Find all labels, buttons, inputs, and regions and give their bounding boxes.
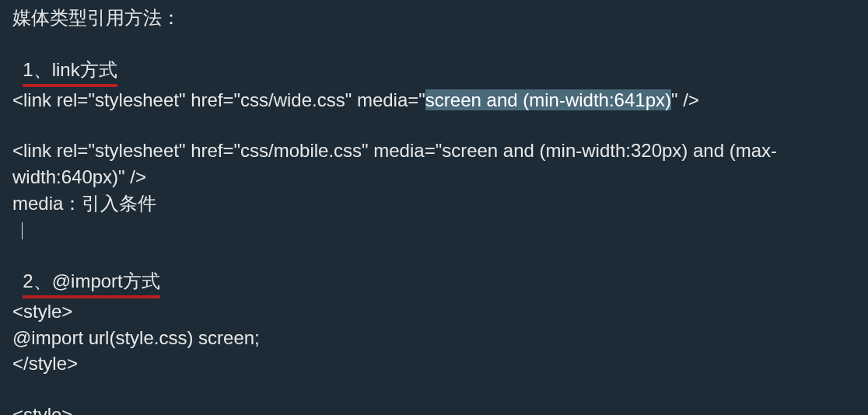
media-note-line: media：引入条件	[12, 190, 856, 217]
section1-heading: 1、link方式	[23, 57, 117, 87]
link2-line: <link rel="stylesheet" href="css/mobile.…	[12, 138, 856, 190]
blank-line-1	[12, 113, 856, 138]
text-cursor	[22, 222, 23, 239]
cursor-line[interactable]	[12, 216, 856, 242]
blank-line-2	[12, 377, 856, 402]
style-close-1: </style>	[12, 350, 856, 377]
style-open-2: <style>	[12, 402, 856, 415]
import1-line: @import url(style.css) screen;	[12, 325, 856, 351]
section1-heading-line: 1、link方式	[12, 31, 856, 87]
link1-line: <link rel="stylesheet" href="css/wide.cs…	[12, 87, 856, 113]
link1-selected-text[interactable]: screen and (min-width:641px)	[425, 89, 671, 110]
title-line: 媒体类型引用方法：	[12, 5, 856, 31]
section2-heading: 2、@import方式	[23, 268, 159, 298]
link1-suffix: " />	[671, 89, 699, 110]
style-open-1: <style>	[12, 298, 856, 325]
link1-prefix: <link rel="stylesheet" href="css/wide.cs…	[12, 89, 425, 110]
section2-heading-line: 2、@import方式	[12, 242, 856, 298]
